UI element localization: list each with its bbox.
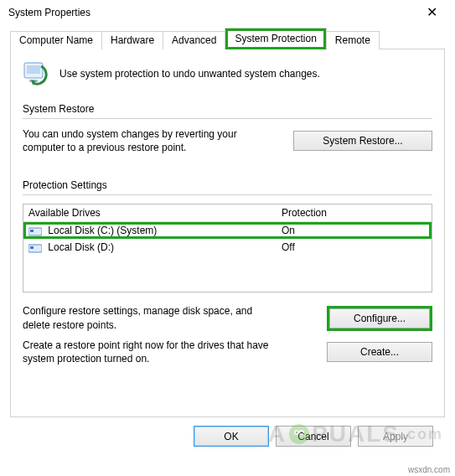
- tab-hardware[interactable]: Hardware: [101, 31, 163, 49]
- tab-computer-name[interactable]: Computer Name: [10, 31, 102, 49]
- system-protection-icon: [23, 60, 51, 88]
- configure-description: Configure restore settings, manage disk …: [23, 304, 274, 331]
- drive-icon: [28, 243, 42, 253]
- source-url: wsxdn.com: [408, 465, 450, 474]
- create-button[interactable]: Create...: [327, 342, 432, 362]
- cancel-button[interactable]: Cancel: [276, 426, 351, 447]
- window-title: System Properties: [8, 7, 90, 18]
- create-row: Create a restore point right now for the…: [23, 339, 432, 365]
- configure-row: Configure restore settings, manage disk …: [23, 304, 432, 331]
- drives-table: Available Drives Protection: [23, 204, 432, 256]
- divider: [23, 194, 432, 195]
- drive-protection-value: On: [277, 222, 432, 239]
- dialog-button-row: OK Cancel Apply: [10, 417, 445, 450]
- tab-remote[interactable]: Remote: [326, 31, 380, 49]
- divider: [23, 118, 432, 119]
- tab-row: Computer Name Hardware Advanced System P…: [10, 28, 445, 49]
- apply-button[interactable]: Apply: [358, 426, 433, 447]
- system-restore-row: You can undo system changes by reverting…: [23, 127, 432, 154]
- tab-system-protection[interactable]: System Protection: [225, 28, 326, 49]
- table-row[interactable]: Local Disk (D:) Off: [23, 239, 432, 256]
- system-restore-button[interactable]: System Restore...: [293, 131, 432, 151]
- intro-text: Use system protection to undo unwanted s…: [59, 68, 320, 80]
- tab-system-protection-label: System Protection: [228, 31, 323, 47]
- configure-button[interactable]: Configure...: [329, 308, 430, 329]
- column-header-drives[interactable]: Available Drives: [23, 204, 277, 222]
- intro-row: Use system protection to undo unwanted s…: [23, 60, 432, 88]
- close-button[interactable]: ✕: [415, 0, 448, 25]
- svg-rect-1: [27, 65, 40, 74]
- highlight-configure-button: Configure...: [327, 306, 432, 331]
- highlight-tab-system-protection: System Protection: [225, 28, 325, 49]
- dialog-client-area: Computer Name Hardware Advanced System P…: [0, 25, 455, 458]
- drive-label: Local Disk (D:): [48, 241, 114, 253]
- tab-page-system-protection: Use system protection to undo unwanted s…: [10, 49, 445, 417]
- drive-icon: [28, 226, 42, 236]
- svg-rect-6: [30, 246, 34, 249]
- svg-rect-4: [30, 230, 34, 232]
- drive-protection-value: Off: [277, 239, 432, 256]
- tab-advanced[interactable]: Advanced: [163, 31, 225, 49]
- column-header-protection[interactable]: Protection: [277, 204, 432, 222]
- drive-label: Local Disk (C:) (System): [48, 225, 157, 236]
- drives-list[interactable]: Available Drives Protection: [23, 204, 432, 292]
- titlebar: System Properties ✕: [0, 0, 455, 25]
- system-restore-description: You can undo system changes by reverting…: [23, 127, 274, 154]
- create-description: Create a restore point right now for the…: [23, 339, 274, 365]
- section-system-restore-label: System Restore: [23, 103, 432, 115]
- table-row[interactable]: Local Disk (C:) (System) On: [23, 222, 432, 239]
- ok-button[interactable]: OK: [194, 426, 269, 447]
- system-properties-window: System Properties ✕ Computer Name Hardwa…: [0, 0, 455, 468]
- section-protection-settings-label: Protection Settings: [23, 179, 432, 191]
